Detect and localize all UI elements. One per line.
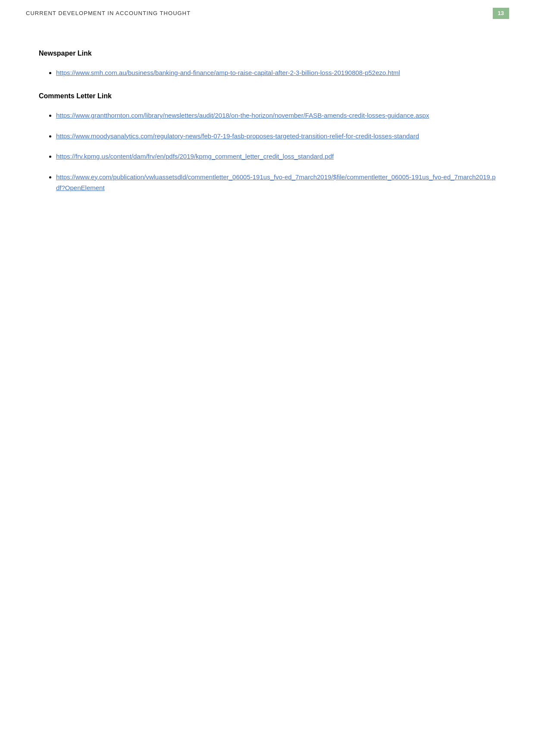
comments-link-1[interactable]: https://www.grantthornton.com/library/ne…: [56, 112, 429, 119]
newspaper-link-1[interactable]: https://www.smh.com.au/business/banking-…: [56, 69, 400, 76]
comments-link-3[interactable]: https://frv.kpmg.us/content/dam/frv/en/p…: [56, 153, 334, 160]
main-content: Newspaper Link https://www.smh.com.au/bu…: [0, 27, 535, 232]
comments-link-2[interactable]: https://www.moodysanalytics.com/regulato…: [56, 132, 419, 140]
list-item: https://www.smh.com.au/business/banking-…: [56, 67, 496, 78]
newspaper-link-heading: Newspaper Link: [39, 48, 496, 59]
newspaper-link-section: Newspaper Link https://www.smh.com.au/bu…: [39, 48, 496, 78]
page-number: 13: [493, 8, 509, 19]
comments-letter-heading: Comments Letter Link: [39, 91, 496, 101]
list-item: https://www.moodysanalytics.com/regulato…: [56, 131, 496, 142]
list-item: https://frv.kpmg.us/content/dam/frv/en/p…: [56, 151, 496, 162]
page-header: CURRENT DEVELOPMENT IN ACCOUNTING THOUGH…: [0, 0, 535, 27]
comments-letter-section: Comments Letter Link https://www.grantth…: [39, 91, 496, 194]
header-title: CURRENT DEVELOPMENT IN ACCOUNTING THOUGH…: [26, 9, 191, 18]
comments-link-4[interactable]: https://www.ey.com/publication/vwluasset…: [56, 173, 495, 192]
newspaper-link-list: https://www.smh.com.au/business/banking-…: [39, 67, 496, 78]
list-item: https://www.ey.com/publication/vwluasset…: [56, 172, 496, 194]
page: CURRENT DEVELOPMENT IN ACCOUNTING THOUGH…: [0, 0, 535, 756]
comments-letter-list: https://www.grantthornton.com/library/ne…: [39, 110, 496, 194]
list-item: https://www.grantthornton.com/library/ne…: [56, 110, 496, 121]
